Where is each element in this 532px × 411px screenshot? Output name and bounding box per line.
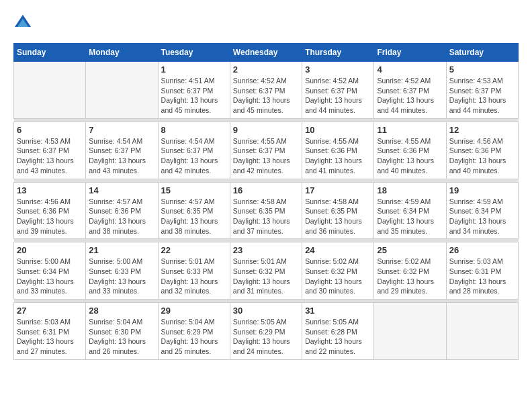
calendar-cell: 1Sunrise: 4:51 AMSunset: 6:37 PMDaylight… <box>158 62 230 119</box>
day-number: 29 <box>161 306 227 316</box>
calendar-cell: 3Sunrise: 4:52 AMSunset: 6:37 PMDaylight… <box>302 62 374 119</box>
day-info: Sunrise: 5:03 AMSunset: 6:31 PMDaylight:… <box>449 257 515 296</box>
day-info: Sunrise: 5:00 AMSunset: 6:34 PMDaylight:… <box>17 257 83 296</box>
day-info: Sunrise: 4:58 AMSunset: 6:35 PMDaylight:… <box>233 197 299 236</box>
day-info: Sunrise: 4:54 AMSunset: 6:37 PMDaylight:… <box>161 136 227 176</box>
day-info: Sunrise: 5:01 AMSunset: 6:33 PMDaylight:… <box>161 257 227 296</box>
calendar-cell: 30Sunrise: 5:05 AMSunset: 6:29 PMDayligh… <box>230 303 302 360</box>
day-number: 31 <box>305 306 371 316</box>
day-number: 25 <box>377 245 443 255</box>
day-info: Sunrise: 4:55 AMSunset: 6:37 PMDaylight:… <box>233 136 299 176</box>
day-number: 16 <box>233 185 299 195</box>
day-info: Sunrise: 5:05 AMSunset: 6:28 PMDaylight:… <box>305 317 371 357</box>
calendar-cell: 7Sunrise: 4:54 AMSunset: 6:37 PMDaylight… <box>86 122 158 179</box>
day-number: 19 <box>449 185 515 195</box>
calendar-cell: 28Sunrise: 5:04 AMSunset: 6:30 PMDayligh… <box>86 303 158 360</box>
calendar-header-thursday: Thursday <box>302 44 374 62</box>
day-number: 10 <box>305 125 371 135</box>
day-info: Sunrise: 4:55 AMSunset: 6:36 PMDaylight:… <box>305 136 371 176</box>
day-info: Sunrise: 4:53 AMSunset: 6:37 PMDaylight:… <box>449 76 515 116</box>
day-number: 9 <box>233 125 299 135</box>
week-row-3: 13Sunrise: 4:56 AMSunset: 6:36 PMDayligh… <box>14 182 519 239</box>
day-number: 24 <box>305 245 371 255</box>
day-number: 26 <box>449 245 515 255</box>
calendar-cell: 19Sunrise: 4:59 AMSunset: 6:34 PMDayligh… <box>446 182 518 239</box>
day-number: 17 <box>305 185 371 195</box>
calendar-cell: 16Sunrise: 4:58 AMSunset: 6:35 PMDayligh… <box>230 182 302 239</box>
day-number: 18 <box>377 185 443 195</box>
day-number: 12 <box>449 125 515 135</box>
calendar-cell: 27Sunrise: 5:03 AMSunset: 6:31 PMDayligh… <box>14 303 86 360</box>
calendar-cell: 8Sunrise: 4:54 AMSunset: 6:37 PMDaylight… <box>158 122 230 179</box>
calendar-cell: 15Sunrise: 4:57 AMSunset: 6:35 PMDayligh… <box>158 182 230 239</box>
day-info: Sunrise: 4:54 AMSunset: 6:37 PMDaylight:… <box>89 136 154 176</box>
calendar-header-saturday: Saturday <box>446 44 518 62</box>
logo <box>13 13 35 32</box>
day-number: 30 <box>233 306 299 316</box>
day-info: Sunrise: 4:58 AMSunset: 6:35 PMDaylight:… <box>305 197 371 236</box>
day-info: Sunrise: 4:59 AMSunset: 6:34 PMDaylight:… <box>377 197 443 236</box>
day-number: 6 <box>17 125 83 135</box>
calendar-header-row: SundayMondayTuesdayWednesdayThursdayFrid… <box>14 44 519 62</box>
day-number: 14 <box>89 185 154 195</box>
calendar-header-friday: Friday <box>374 44 446 62</box>
day-info: Sunrise: 5:04 AMSunset: 6:30 PMDaylight:… <box>89 317 154 357</box>
calendar-cell: 22Sunrise: 5:01 AMSunset: 6:33 PMDayligh… <box>158 242 230 300</box>
day-number: 7 <box>89 125 154 135</box>
calendar-cell: 14Sunrise: 4:57 AMSunset: 6:36 PMDayligh… <box>86 182 158 239</box>
day-number: 11 <box>377 125 443 135</box>
day-info: Sunrise: 4:59 AMSunset: 6:34 PMDaylight:… <box>449 197 515 236</box>
calendar-cell: 4Sunrise: 4:52 AMSunset: 6:37 PMDaylight… <box>374 62 446 119</box>
calendar-cell: 18Sunrise: 4:59 AMSunset: 6:34 PMDayligh… <box>374 182 446 239</box>
day-number: 4 <box>377 64 443 75</box>
calendar-header-tuesday: Tuesday <box>158 44 230 62</box>
calendar-cell: 25Sunrise: 5:02 AMSunset: 6:32 PMDayligh… <box>374 242 446 300</box>
calendar-cell: 9Sunrise: 4:55 AMSunset: 6:37 PMDaylight… <box>230 122 302 179</box>
calendar-cell: 21Sunrise: 5:00 AMSunset: 6:33 PMDayligh… <box>86 242 158 300</box>
calendar-cell: 26Sunrise: 5:03 AMSunset: 6:31 PMDayligh… <box>446 242 518 300</box>
day-number: 13 <box>17 185 83 195</box>
day-info: Sunrise: 4:52 AMSunset: 6:37 PMDaylight:… <box>305 76 371 116</box>
calendar-cell <box>14 62 86 119</box>
day-info: Sunrise: 4:56 AMSunset: 6:36 PMDaylight:… <box>449 136 515 176</box>
calendar-cell: 10Sunrise: 4:55 AMSunset: 6:36 PMDayligh… <box>302 122 374 179</box>
page-header <box>13 13 519 32</box>
day-number: 5 <box>449 64 515 75</box>
day-info: Sunrise: 4:52 AMSunset: 6:37 PMDaylight:… <box>377 76 443 116</box>
calendar-cell <box>374 303 446 360</box>
day-info: Sunrise: 4:56 AMSunset: 6:36 PMDaylight:… <box>17 197 83 236</box>
day-info: Sunrise: 4:57 AMSunset: 6:35 PMDaylight:… <box>161 197 227 236</box>
calendar-cell: 23Sunrise: 5:01 AMSunset: 6:32 PMDayligh… <box>230 242 302 300</box>
day-number: 23 <box>233 245 299 255</box>
day-info: Sunrise: 4:57 AMSunset: 6:36 PMDaylight:… <box>89 197 154 236</box>
calendar-cell: 17Sunrise: 4:58 AMSunset: 6:35 PMDayligh… <box>302 182 374 239</box>
calendar-cell: 29Sunrise: 5:04 AMSunset: 6:29 PMDayligh… <box>158 303 230 360</box>
day-info: Sunrise: 4:51 AMSunset: 6:37 PMDaylight:… <box>161 76 227 116</box>
calendar-cell: 5Sunrise: 4:53 AMSunset: 6:37 PMDaylight… <box>446 62 518 119</box>
week-row-1: 1Sunrise: 4:51 AMSunset: 6:37 PMDaylight… <box>14 62 519 119</box>
day-number: 15 <box>161 185 227 195</box>
calendar-table: SundayMondayTuesdayWednesdayThursdayFrid… <box>13 43 519 360</box>
calendar-cell <box>86 62 158 119</box>
day-info: Sunrise: 5:04 AMSunset: 6:29 PMDaylight:… <box>161 317 227 357</box>
calendar-header-monday: Monday <box>86 44 158 62</box>
calendar-cell: 24Sunrise: 5:02 AMSunset: 6:32 PMDayligh… <box>302 242 374 300</box>
day-info: Sunrise: 5:05 AMSunset: 6:29 PMDaylight:… <box>233 317 299 357</box>
day-number: 3 <box>305 64 371 75</box>
day-info: Sunrise: 5:01 AMSunset: 6:32 PMDaylight:… <box>233 257 299 296</box>
day-info: Sunrise: 4:52 AMSunset: 6:37 PMDaylight:… <box>233 76 299 116</box>
calendar-cell: 13Sunrise: 4:56 AMSunset: 6:36 PMDayligh… <box>14 182 86 239</box>
week-row-2: 6Sunrise: 4:53 AMSunset: 6:37 PMDaylight… <box>14 122 519 179</box>
day-info: Sunrise: 5:02 AMSunset: 6:32 PMDaylight:… <box>305 257 371 296</box>
calendar-header-sunday: Sunday <box>14 44 86 62</box>
day-info: Sunrise: 4:55 AMSunset: 6:36 PMDaylight:… <box>377 136 443 176</box>
day-number: 1 <box>161 64 227 75</box>
calendar-header-wednesday: Wednesday <box>230 44 302 62</box>
day-info: Sunrise: 5:03 AMSunset: 6:31 PMDaylight:… <box>17 317 83 357</box>
calendar-cell: 31Sunrise: 5:05 AMSunset: 6:28 PMDayligh… <box>302 303 374 360</box>
calendar-cell: 12Sunrise: 4:56 AMSunset: 6:36 PMDayligh… <box>446 122 518 179</box>
calendar-cell: 11Sunrise: 4:55 AMSunset: 6:36 PMDayligh… <box>374 122 446 179</box>
week-row-4: 20Sunrise: 5:00 AMSunset: 6:34 PMDayligh… <box>14 242 519 300</box>
calendar-cell: 2Sunrise: 4:52 AMSunset: 6:37 PMDaylight… <box>230 62 302 119</box>
week-row-5: 27Sunrise: 5:03 AMSunset: 6:31 PMDayligh… <box>14 303 519 360</box>
